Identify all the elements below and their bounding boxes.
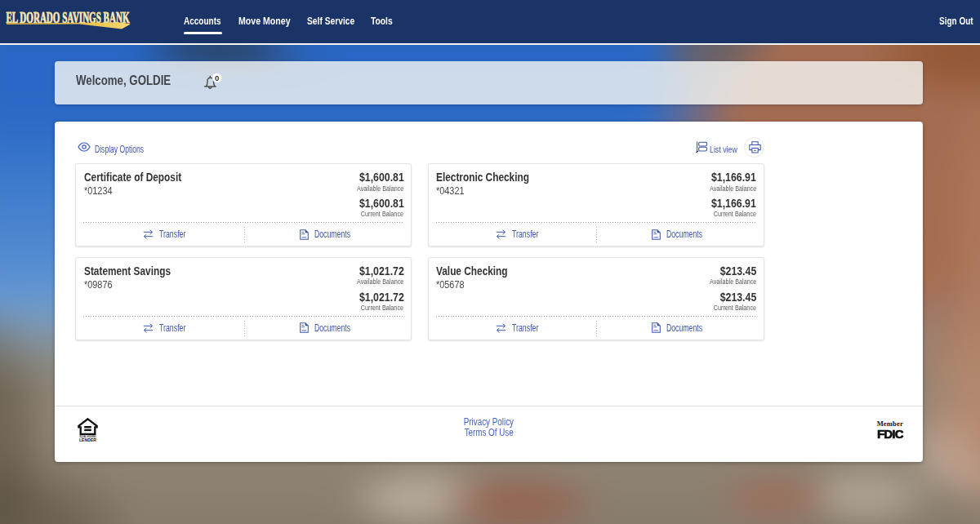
svg-text:0: 0 xyxy=(215,73,219,82)
svg-text:LENDER: LENDER xyxy=(79,437,96,442)
